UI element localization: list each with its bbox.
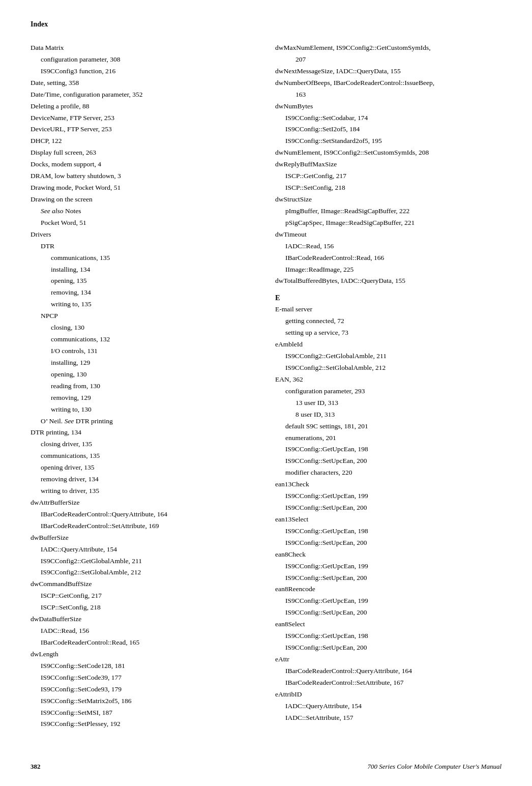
list-item: DeviceURL, FTP Server, 253 xyxy=(31,124,257,135)
list-item: writing to, 130 xyxy=(31,404,257,415)
content-columns: Data Matrixconfiguration parameter, 308I… xyxy=(31,43,501,731)
list-item: 207 xyxy=(275,54,501,65)
list-item: ISCP::GetConfig, 217 xyxy=(31,591,257,601)
list-item: communications, 135 xyxy=(31,451,257,461)
list-item: installing, 134 xyxy=(31,265,257,275)
list-item: IS9CConfig::SetUpcEan, 200 xyxy=(275,503,501,513)
list-item: IS9CConfig2::SetGlobalAmble, 212 xyxy=(275,363,501,373)
list-item: opening, 130 xyxy=(31,369,257,380)
list-item: IS9CConfig::SetUpcEan, 200 xyxy=(275,538,501,548)
footer-page-number: 382 xyxy=(31,763,41,771)
list-item: dwBufferSize xyxy=(31,533,257,543)
page-header: Index xyxy=(31,20,501,28)
list-item: eAttr xyxy=(275,654,501,665)
list-item: ean8Check xyxy=(275,549,501,560)
list-item: DHCP, 122 xyxy=(31,136,257,147)
list-item: communications, 135 xyxy=(31,253,257,264)
right-column: dwMaxNumElement, IS9CConfig2::GetCustomS… xyxy=(275,43,501,731)
list-item: closing, 130 xyxy=(31,323,257,333)
list-item: IS9CConfig2::SetGlobalAmble, 212 xyxy=(31,567,257,578)
list-item: ISCP::SetConfig, 218 xyxy=(31,602,257,613)
list-item: Drivers xyxy=(31,229,257,240)
list-item: IS9CConfig2::GetGlobalAmble, 211 xyxy=(275,351,501,362)
list-item: eAttribID xyxy=(275,689,501,700)
list-item: IS9CConfig::SetMSI, 187 xyxy=(31,708,257,718)
list-item: removing, 134 xyxy=(31,287,257,298)
list-item: eAmbleId xyxy=(275,339,501,350)
list-item: dwNextMessageSize, IADC::QueryData, 155 xyxy=(275,66,501,77)
list-item: dwNumBytes xyxy=(275,101,501,112)
list-item: Docks, modem support, 4 xyxy=(31,159,257,170)
list-item: 8 user ID, 313 xyxy=(275,410,501,420)
list-item: IS9CConfig::GetUpcEan, 198 xyxy=(275,526,501,537)
list-item: IS9CConfig::SetUpcEan, 200 xyxy=(275,573,501,584)
list-item: IS9CConfig::SetMatrix2of5, 186 xyxy=(31,696,257,707)
list-item: dwTotalBufferedBytes, IADC::QueryData, 1… xyxy=(275,276,501,286)
list-item: Date, setting, 358 xyxy=(31,78,257,89)
list-item: IBarCodeReaderControl::Read, 166 xyxy=(275,253,501,264)
list-item: Date/Time, configuration parameter, 352 xyxy=(31,90,257,100)
list-item: closing driver, 135 xyxy=(31,439,257,450)
list-item: IBarCodeReaderControl::SetAttribute, 167 xyxy=(275,678,501,688)
list-item: dwTimeout xyxy=(275,229,501,240)
list-item: IBarCodeReaderControl::QueryAttribute, 1… xyxy=(31,509,257,520)
list-item: opening, 135 xyxy=(31,276,257,286)
list-item: ISCP::GetConfig, 217 xyxy=(275,171,501,182)
list-item: Drawing on the screen xyxy=(31,194,257,205)
list-item: removing driver, 134 xyxy=(31,474,257,485)
list-item: E-mail server xyxy=(275,304,501,315)
list-item: writing to driver, 135 xyxy=(31,486,257,497)
list-item: See also Notes xyxy=(31,206,257,217)
list-item: Drawing mode, Pocket Word, 51 xyxy=(31,183,257,193)
list-item: communications, 132 xyxy=(31,334,257,345)
list-item: IS9CConfig::SetStandard2of5, 195 xyxy=(275,136,501,147)
list-item: IS9CConfig::SetUpcEan, 200 xyxy=(275,456,501,467)
list-item: dwDataBufferSize xyxy=(31,614,257,625)
list-item: setting up a service, 73 xyxy=(275,328,501,338)
list-item: dwStructSize xyxy=(275,194,501,205)
list-item: modifier characters, 220 xyxy=(275,468,501,478)
list-item: EAN, 362 xyxy=(275,374,501,385)
list-item: IBarCodeReaderControl::SetAttribute, 169 xyxy=(31,521,257,532)
list-item: ean8Select xyxy=(275,619,501,630)
page-footer: 382 700 Series Color Mobile Computer Use… xyxy=(31,763,501,771)
list-item: reading from, 130 xyxy=(31,381,257,392)
list-item: IS9CConfig::GetUpcEan, 199 xyxy=(275,561,501,572)
list-item: ean13Select xyxy=(275,514,501,525)
list-item: IS9CConfig3 function, 216 xyxy=(31,66,257,77)
list-item: O’ Neil. See DTR printing xyxy=(31,416,257,427)
list-item: IS9CConfig::SetUpcEan, 200 xyxy=(275,607,501,618)
list-item: IBarCodeReaderControl::Read, 165 xyxy=(31,637,257,648)
list-item: dwLength xyxy=(31,649,257,660)
list-item: IS9CConfig::SetUpcEan, 200 xyxy=(275,643,501,653)
list-item: writing to, 135 xyxy=(31,299,257,310)
list-item: getting connected, 72 xyxy=(275,316,501,327)
list-item: DeviceName, FTP Server, 253 xyxy=(31,113,257,124)
list-item: opening driver, 135 xyxy=(31,462,257,473)
list-item: dwMaxNumElement, IS9CConfig2::GetCustomS… xyxy=(275,43,501,53)
list-item: IADC::QueryAttribute, 154 xyxy=(275,701,501,712)
list-item: dwReplyBuffMaxSize xyxy=(275,159,501,170)
list-item: 13 user ID, 313 xyxy=(275,398,501,409)
list-item: IS9CConfig::GetUpcEan, 199 xyxy=(275,596,501,606)
list-item: IS9CConfig::GetUpcEan, 198 xyxy=(275,444,501,455)
list-item: dwCommandBuffSize xyxy=(31,579,257,590)
list-item: IS9CConfig::GetUpcEan, 198 xyxy=(275,631,501,642)
list-item: DTR printing, 134 xyxy=(31,427,257,438)
list-item: dwNumElement, IS9CConfig2::SetCustomSymI… xyxy=(275,148,501,158)
list-item: pSigCapSpec, IImage::ReadSigCapBuffer, 2… xyxy=(275,218,501,228)
list-item: IADC::QueryAttribute, 154 xyxy=(31,544,257,555)
list-item: IImage::ReadImage, 225 xyxy=(275,265,501,275)
list-item: dwAttrBufferSize xyxy=(31,498,257,508)
list-item: ean8Reencode xyxy=(275,584,501,595)
list-item: configuration parameter, 308 xyxy=(31,54,257,65)
list-item: pImgBuffer, IImage::ReadSigCapBuffer, 22… xyxy=(275,206,501,217)
list-item: ean13Check xyxy=(275,479,501,490)
list-item: I/O controls, 131 xyxy=(31,346,257,357)
list-item: IS9CConfig::GetUpcEan, 199 xyxy=(275,491,501,502)
list-item: 163 xyxy=(275,90,501,100)
list-item: dwNumberOfBeeps, IBarCodeReaderControl::… xyxy=(275,78,501,89)
list-item: IADC::Read, 156 xyxy=(31,626,257,636)
page: Index Data Matrixconfiguration parameter… xyxy=(0,0,532,786)
list-item: Display full screen, 263 xyxy=(31,148,257,158)
